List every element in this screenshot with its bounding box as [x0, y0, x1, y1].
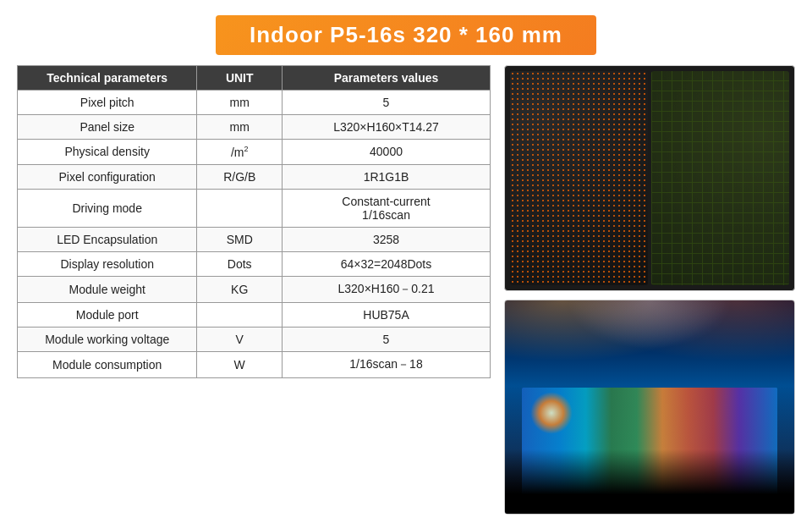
planet-glow [530, 392, 573, 434]
cell-value: HUB75A [283, 302, 491, 327]
table-row: Driving modeConstant-current1/16scan [18, 189, 491, 227]
table-row: Display resolutionDots64×32=2048Dots [18, 251, 491, 276]
panel-front [510, 71, 648, 285]
content-area: Technical parameters UNIT Parameters val… [17, 65, 795, 515]
cell-unit: mm [197, 91, 283, 115]
led-panel-image [504, 65, 795, 291]
images-section [504, 65, 795, 515]
cell-param: Driving mode [18, 189, 197, 227]
cell-unit: W [197, 351, 283, 377]
cell-unit: mm [197, 115, 283, 140]
panel-back [651, 71, 789, 285]
cell-unit [197, 189, 283, 227]
cell-unit [197, 302, 283, 327]
cell-unit: /m2 [197, 140, 283, 165]
table-row: Physical density/m240000 [18, 140, 491, 165]
dot-grid [510, 71, 648, 285]
cell-param: LED Encapsulation [18, 227, 197, 251]
cell-param: Display resolution [18, 251, 197, 276]
cell-param: Physical density [18, 140, 197, 165]
cell-unit: R/G/B [197, 164, 283, 189]
col-header-param: Technical parameters [18, 66, 197, 91]
cell-unit: SMD [197, 227, 283, 251]
cell-param: Module weight [18, 276, 197, 302]
page-container: Indoor P5-16s 320 * 160 mm Technical par… [0, 0, 812, 523]
table-row: Module portHUB75A [18, 302, 491, 327]
cell-value: 5 [283, 91, 491, 115]
audience-silhouette [505, 449, 794, 514]
table-row: Module weightKGL320×H160－0.21 [18, 276, 491, 302]
cell-unit: Dots [197, 251, 283, 276]
title-bar: Indoor P5-16s 320 * 160 mm [17, 15, 795, 55]
cell-param: Pixel pitch [18, 91, 197, 115]
cell-param: Module working voltage [18, 327, 197, 351]
cell-param: Module consumption [18, 351, 197, 377]
table-section: Technical parameters UNIT Parameters val… [17, 65, 491, 515]
col-header-unit: UNIT [197, 66, 283, 91]
cell-param: Module port [18, 302, 197, 327]
table-row: Module working voltageV5 [18, 327, 491, 351]
cell-value: 1R1G1B [283, 164, 491, 189]
cell-param: Pixel configuration [18, 164, 197, 189]
specs-table: Technical parameters UNIT Parameters val… [17, 65, 491, 378]
table-row: Panel sizemmL320×H160×T14.27 [18, 115, 491, 140]
col-header-value: Parameters values [283, 66, 491, 91]
table-row: LED EncapsulationSMD3258 [18, 227, 491, 251]
cell-value: 1/16scan－18 [283, 351, 491, 377]
table-row: Module consumptionW1/16scan－18 [18, 351, 491, 377]
table-row: Pixel pitchmm5 [18, 91, 491, 115]
pcb-pattern [651, 71, 789, 285]
cell-param: Panel size [18, 115, 197, 140]
page-title: Indoor P5-16s 320 * 160 mm [216, 15, 596, 55]
cell-unit: KG [197, 276, 283, 302]
cell-value: 64×32=2048Dots [283, 251, 491, 276]
table-row: Pixel configurationR/G/B1R1G1B [18, 164, 491, 189]
cell-unit: V [197, 327, 283, 351]
cell-value: L320×H160×T14.27 [283, 115, 491, 140]
cell-value: Constant-current1/16scan [283, 189, 491, 227]
cell-value: 5 [283, 327, 491, 351]
mario-display-image [504, 300, 795, 515]
stage-lights [505, 300, 794, 386]
cell-value: 40000 [283, 140, 491, 165]
cell-value: 3258 [283, 227, 491, 251]
cell-value: L320×H160－0.21 [283, 276, 491, 302]
